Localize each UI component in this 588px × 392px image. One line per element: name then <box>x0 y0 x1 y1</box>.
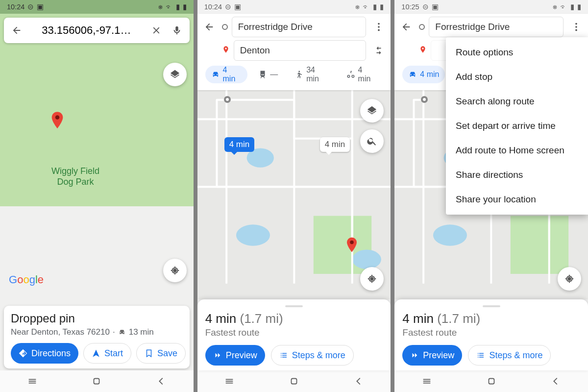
mode-driving[interactable]: 4 min <box>205 66 248 83</box>
drag-handle[interactable] <box>483 305 500 307</box>
dnd-icon: ⊝ <box>27 3 34 11</box>
origin-dot-icon <box>419 24 425 30</box>
recents-button[interactable] <box>18 376 47 387</box>
search-bar[interactable]: 33.156006,-97.1… <box>4 18 190 43</box>
android-navbar <box>394 370 588 392</box>
svg-point-20 <box>350 241 354 245</box>
home-button[interactable] <box>279 376 309 387</box>
menu-set-depart-arrive[interactable]: Set depart or arrive time <box>446 114 588 138</box>
place-card[interactable]: Dropped pin Near Denton, Texas 76210 · 1… <box>4 306 190 368</box>
primary-route-badge[interactable]: 4 min <box>224 137 255 152</box>
steps-button[interactable]: Steps & more <box>468 345 551 366</box>
battery-icon: ▮ <box>183 3 187 11</box>
map-canvas[interactable]: 33.156006,-97.1… Wiggly Field Dog Park G… <box>0 14 194 370</box>
destination-marker <box>344 237 359 257</box>
back-button[interactable] <box>200 18 218 36</box>
status-bar: 10:25 ⊝▣ ⎈ᯤ▮▮ <box>394 0 588 14</box>
svg-point-13 <box>236 224 270 245</box>
recents-button[interactable] <box>412 376 441 387</box>
status-time: 10:24 <box>204 3 222 11</box>
svg-rect-36 <box>489 379 494 384</box>
android-navbar <box>197 370 391 392</box>
mode-walking[interactable]: 34 min <box>289 66 335 83</box>
back-nav-button[interactable] <box>147 376 176 387</box>
recents-button[interactable] <box>215 376 244 387</box>
overflow-menu: Route options Add stop Search along rout… <box>446 37 588 215</box>
dropped-pin-icon <box>49 112 66 133</box>
place-title: Dropped pin <box>11 312 183 325</box>
swap-button[interactable] <box>370 42 388 59</box>
more-button[interactable] <box>567 18 585 36</box>
start-button[interactable]: Start <box>83 343 131 364</box>
back-button[interactable] <box>8 22 25 39</box>
alt-route-badge[interactable]: 4 min <box>320 137 350 152</box>
wifi-icon: ᯤ <box>166 3 173 11</box>
save-button[interactable]: Save <box>136 343 186 364</box>
status-bar: 10:24 ⊝ ▣ ⎈ ᯤ ▮ ▮ <box>0 0 194 14</box>
svg-rect-25 <box>511 216 568 274</box>
menu-search-along-route[interactable]: Search along route <box>446 89 588 114</box>
destination-pin-icon <box>419 45 427 56</box>
destination-input[interactable]: Denton <box>234 40 367 61</box>
my-location-button[interactable] <box>558 267 581 291</box>
route-summary-card[interactable]: 4 min (1.7 mi) Fastest route Preview Ste… <box>197 299 391 370</box>
park-label: Wiggly Field Dog Park <box>51 166 99 187</box>
home-button[interactable] <box>477 376 506 387</box>
route-summary-card[interactable]: 4 min (1.7 mi) Fastest route Preview Ste… <box>394 299 588 370</box>
preview-button[interactable]: Preview <box>402 345 462 366</box>
home-button[interactable] <box>82 376 111 387</box>
mic-button[interactable] <box>168 22 186 39</box>
layers-button[interactable] <box>360 99 384 122</box>
search-button[interactable] <box>360 129 384 153</box>
status-time: 10:24 <box>7 3 24 11</box>
status-time: 10:25 <box>401 3 419 11</box>
menu-add-to-home[interactable]: Add route to Home screen <box>446 138 588 163</box>
google-logo: Google <box>9 273 44 286</box>
back-nav-button[interactable] <box>344 376 373 387</box>
layers-button[interactable] <box>163 63 187 86</box>
menu-share-directions[interactable]: Share directions <box>446 163 588 187</box>
mode-cycling[interactable]: 4 min <box>341 66 383 83</box>
origin-dot-icon <box>222 24 228 30</box>
back-nav-button[interactable] <box>541 376 570 387</box>
destination-pin-icon <box>222 45 230 56</box>
svg-point-6 <box>55 115 60 120</box>
my-location-button[interactable] <box>360 267 384 291</box>
signal-icon: ▮ <box>176 3 180 11</box>
android-navbar <box>0 370 194 392</box>
svg-rect-24 <box>291 379 296 384</box>
svg-point-27 <box>433 224 467 245</box>
back-button[interactable] <box>397 18 415 36</box>
origin-marker <box>224 96 231 103</box>
directions-header: Forrestridge Drive Denton 4 min — 34 min… <box>197 14 391 90</box>
mode-driving[interactable]: 4 min <box>402 66 445 83</box>
preview-button[interactable]: Preview <box>205 345 265 366</box>
route-map[interactable]: 4 min 4 min <box>197 90 391 299</box>
svg-rect-10 <box>94 379 99 384</box>
search-value: 33.156006,-97.1… <box>28 24 145 37</box>
clear-button[interactable] <box>147 22 165 39</box>
picture-icon: ▣ <box>37 3 44 11</box>
menu-route-options[interactable]: Route options <box>446 40 588 65</box>
more-button[interactable] <box>370 18 388 36</box>
place-subtitle: Near Denton, Texas 76210 · 13 min <box>11 327 183 337</box>
my-location-button[interactable] <box>163 259 187 282</box>
status-bar: 10:24 ⊝▣ ⎈ᯤ▮▮ <box>197 0 391 14</box>
steps-button[interactable]: Steps & more <box>271 345 354 366</box>
drag-handle[interactable] <box>285 305 303 307</box>
mode-transit[interactable]: — <box>252 66 284 83</box>
menu-add-stop[interactable]: Add stop <box>446 65 588 89</box>
origin-input[interactable]: Forrestridge Drive <box>232 17 367 37</box>
origin-input[interactable]: Forrestridge Drive <box>429 17 564 37</box>
menu-share-location[interactable]: Share your location <box>446 187 588 212</box>
location-icon: ⎈ <box>158 3 163 11</box>
directions-button[interactable]: Directions <box>11 343 78 364</box>
